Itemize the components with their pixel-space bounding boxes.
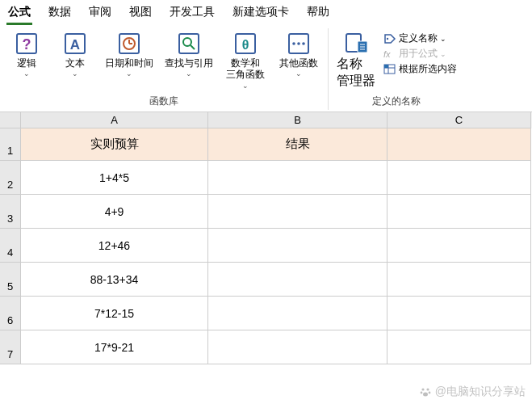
theta-icon: θ bbox=[235, 32, 256, 56]
menu-tab-devtools[interactable]: 开发工具 bbox=[168, 3, 216, 25]
cell-A1[interactable]: 实则预算 bbox=[21, 128, 208, 161]
cell-C2[interactable] bbox=[387, 161, 531, 195]
svg-point-30 bbox=[420, 392, 422, 394]
question-icon: ? bbox=[16, 32, 37, 56]
col-header-c[interactable]: C bbox=[387, 112, 531, 128]
row-header[interactable]: 3 bbox=[0, 195, 21, 229]
more-func-label: 其他函数 bbox=[279, 57, 318, 69]
svg-point-14 bbox=[292, 42, 295, 45]
name-manager-button[interactable]: 名称 管理器 bbox=[332, 30, 380, 91]
cell-A6[interactable]: 7*12-15 bbox=[21, 297, 208, 330]
cell-A7[interactable]: 17*9-21 bbox=[21, 330, 208, 364]
cell-C1[interactable] bbox=[387, 128, 531, 161]
cell-A3[interactable]: 4+9 bbox=[21, 195, 208, 229]
cell-B6[interactable] bbox=[208, 297, 387, 330]
cell-B2[interactable] bbox=[208, 161, 387, 195]
cell-C3[interactable] bbox=[387, 195, 531, 229]
cell-A2[interactable]: 1+4*5 bbox=[21, 161, 208, 195]
table-row: 21+4*5 bbox=[0, 161, 532, 195]
cell-A4[interactable]: 12+46 bbox=[21, 229, 208, 263]
table-row: 67*12-15 bbox=[0, 297, 532, 330]
chevron-down-icon: ⌄ bbox=[242, 82, 249, 90]
spreadsheet: A B C 1实则预算结果21+4*534+9412+46588-13+3467… bbox=[0, 112, 532, 364]
svg-line-10 bbox=[191, 45, 195, 49]
svg-point-31 bbox=[428, 392, 430, 394]
svg-text:?: ? bbox=[23, 36, 31, 53]
table-row: 717*9-21 bbox=[0, 330, 532, 364]
row-header[interactable]: 4 bbox=[0, 229, 21, 263]
menu-tab-data[interactable]: 数据 bbox=[47, 3, 73, 25]
menu-tab-newtab[interactable]: 新建选项卡 bbox=[231, 3, 291, 25]
menu-tabs: 公式 数据 审阅 视图 开发工具 新建选项卡 帮助 bbox=[0, 0, 532, 25]
cell-B1[interactable]: 结果 bbox=[208, 128, 387, 161]
watermark-text: @电脑知识分享站 bbox=[435, 385, 526, 399]
svg-point-22 bbox=[387, 37, 388, 39]
cell-B4[interactable] bbox=[208, 229, 387, 263]
cell-A5[interactable]: 88-13+34 bbox=[21, 263, 208, 297]
cell-B5[interactable] bbox=[208, 263, 387, 297]
table-row: 412+46 bbox=[0, 229, 532, 263]
name-manager-label: 名称 管理器 bbox=[337, 56, 375, 90]
row-header[interactable]: 7 bbox=[0, 330, 21, 364]
define-name-button[interactable]: 定义名称 ⌄ bbox=[383, 32, 457, 45]
text-icon: A bbox=[65, 32, 86, 56]
datetime-button[interactable]: 日期和时间 ⌄ bbox=[100, 30, 158, 91]
lookup-button[interactable]: 查找与引用 ⌄ bbox=[160, 30, 218, 91]
col-header-b[interactable]: B bbox=[208, 112, 387, 128]
table-row: 34+9 bbox=[0, 195, 532, 229]
chevron-down-icon: ⌄ bbox=[295, 69, 302, 78]
row-header[interactable]: 2 bbox=[0, 161, 21, 195]
chevron-down-icon: ⌄ bbox=[440, 50, 446, 58]
logic-button[interactable]: ? 逻辑 ⌄ bbox=[3, 30, 50, 91]
chevron-down-icon: ⌄ bbox=[72, 69, 78, 78]
row-header[interactable]: 5 bbox=[0, 263, 21, 297]
table-row: 1实则预算结果 bbox=[0, 128, 532, 161]
use-formula-button[interactable]: fx 用于公式 ⌄ bbox=[383, 47, 457, 61]
math-label: 数学和 三角函数 bbox=[226, 57, 265, 81]
svg-text:θ: θ bbox=[242, 38, 249, 52]
select-all-cell[interactable] bbox=[0, 112, 21, 128]
math-button[interactable]: θ 数学和 三角函数 ⌄ bbox=[220, 30, 271, 91]
cell-C5[interactable] bbox=[387, 263, 531, 297]
lookup-label: 查找与引用 bbox=[165, 57, 213, 69]
menu-tab-view[interactable]: 视图 bbox=[128, 3, 153, 25]
chevron-down-icon: ⌄ bbox=[440, 35, 446, 43]
group-functions-title: 函数库 bbox=[149, 95, 178, 108]
more-func-button[interactable]: 其他函数 ⌄ bbox=[273, 30, 325, 91]
ribbon-group-names: 名称 管理器 定义名称 ⌄ fx 用于公式 ⌄ 根据所选内容 定义的 bbox=[329, 28, 463, 110]
ribbon-group-functions: ? 逻辑 ⌄ A 文本 ⌄ 日期和时间 ⌄ bbox=[0, 28, 329, 110]
chevron-down-icon: ⌄ bbox=[23, 69, 30, 78]
svg-text:fx: fx bbox=[383, 49, 391, 59]
menu-tab-help[interactable]: 帮助 bbox=[305, 3, 331, 25]
tag-icon bbox=[383, 33, 396, 44]
cell-C4[interactable] bbox=[387, 229, 531, 263]
row-header[interactable]: 1 bbox=[0, 128, 21, 161]
cell-B3[interactable] bbox=[208, 195, 387, 229]
use-formula-label: 用于公式 bbox=[399, 47, 438, 61]
col-header-a[interactable]: A bbox=[21, 112, 208, 128]
chevron-down-icon: ⌄ bbox=[126, 69, 132, 78]
svg-point-9 bbox=[183, 38, 191, 46]
svg-point-29 bbox=[426, 388, 429, 390]
group-names-title: 定义的名称 bbox=[372, 95, 421, 108]
cell-B7[interactable] bbox=[208, 330, 387, 364]
svg-point-28 bbox=[421, 388, 424, 390]
dots-icon bbox=[288, 32, 309, 56]
svg-rect-27 bbox=[384, 65, 388, 68]
from-selection-button[interactable]: 根据所选内容 bbox=[383, 62, 457, 76]
menu-tab-review[interactable]: 审阅 bbox=[87, 3, 113, 25]
chevron-down-icon: ⌄ bbox=[186, 69, 192, 78]
grid-icon bbox=[383, 64, 396, 75]
svg-text:A: A bbox=[70, 37, 80, 53]
menu-tab-formula[interactable]: 公式 bbox=[6, 3, 32, 25]
clock-icon bbox=[119, 32, 140, 56]
svg-rect-8 bbox=[179, 34, 199, 53]
cell-C6[interactable] bbox=[387, 297, 531, 330]
row-header[interactable]: 6 bbox=[0, 297, 21, 330]
svg-point-15 bbox=[297, 42, 300, 45]
ribbon: ? 逻辑 ⌄ A 文本 ⌄ 日期和时间 ⌄ bbox=[0, 25, 532, 112]
text-button[interactable]: A 文本 ⌄ bbox=[52, 30, 98, 91]
text-label: 文本 bbox=[65, 57, 85, 69]
cell-C7[interactable] bbox=[387, 330, 531, 364]
watermark: @电脑知识分享站 bbox=[419, 385, 526, 399]
